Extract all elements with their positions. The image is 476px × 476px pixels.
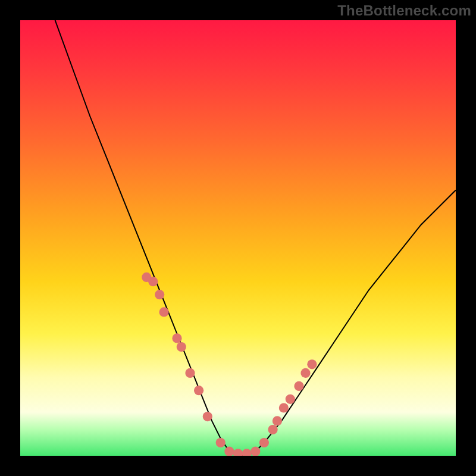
data-marker xyxy=(148,277,158,286)
data-marker xyxy=(155,290,164,299)
data-marker xyxy=(194,386,203,395)
data-marker xyxy=(203,412,212,421)
curve-layer xyxy=(20,20,456,456)
data-marker xyxy=(286,394,295,404)
data-marker xyxy=(279,403,289,412)
marker-group xyxy=(142,273,317,456)
data-marker xyxy=(224,447,234,456)
bottleneck-curve xyxy=(55,20,456,456)
data-marker xyxy=(273,416,282,425)
data-marker xyxy=(242,449,252,456)
data-marker xyxy=(268,425,278,434)
plot-area xyxy=(20,20,456,456)
data-marker xyxy=(307,359,317,369)
data-marker xyxy=(216,438,226,447)
data-marker xyxy=(300,368,310,378)
data-marker xyxy=(177,342,186,352)
chart-container: TheBottleneck.com xyxy=(0,0,476,476)
data-marker xyxy=(172,333,181,343)
data-marker xyxy=(294,381,303,391)
data-marker xyxy=(233,449,243,456)
watermark-label: TheBottleneck.com xyxy=(337,2,471,19)
data-marker xyxy=(159,307,169,317)
data-marker xyxy=(185,368,195,378)
data-marker xyxy=(259,438,269,447)
